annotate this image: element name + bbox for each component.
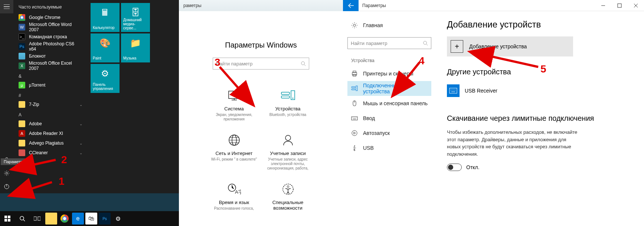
- start-tiles: 🖩Калькулятор 🗄Домашний медиа-серве... 🎨P…: [88, 0, 179, 193]
- sidebar-usb[interactable]: USB: [347, 141, 431, 155]
- sidebar-mouse[interactable]: Мышь и сенсорная панель: [347, 96, 431, 111]
- close-button[interactable]: [628, 0, 644, 11]
- app-ccleaner[interactable]: CCleaner⌄: [13, 148, 88, 158]
- calculator-icon: 🖩: [101, 7, 109, 18]
- sidebar-home[interactable]: Главная: [347, 18, 431, 33]
- folder-icon: [19, 101, 25, 108]
- sidebar-label: Подключенные устройства: [363, 83, 428, 94]
- svg-rect-23: [618, 4, 621, 7]
- toggle-label: Откл.: [466, 164, 480, 170]
- category-title: Устройства: [263, 106, 313, 112]
- category-title: Сеть и Интернет: [209, 151, 259, 156]
- tile-label: Paint: [93, 56, 117, 60]
- sidebar-autoplay[interactable]: Автозапуск: [347, 126, 431, 141]
- window-title: Параметры: [362, 3, 386, 8]
- device-usb-receiver[interactable]: USB Receiver: [447, 82, 633, 99]
- svg-point-34: [352, 130, 357, 136]
- connected-icon: [351, 85, 358, 92]
- app-notepad[interactable]: Блокнот: [13, 51, 88, 61]
- start-menu-panel: Часто используемые Google Chrome WMicros…: [0, 0, 179, 226]
- search-placeholder: Найти параметр: [216, 61, 301, 67]
- app-chrome[interactable]: Google Chrome: [13, 13, 88, 22]
- category-time-language[interactable]: A字 Время и язык Распознавание голоса, ре…: [207, 178, 261, 211]
- svg-rect-5: [4, 219, 7, 222]
- settings-search-input[interactable]: Найти параметр: [213, 58, 309, 70]
- devices-sidebar: Главная Найти параметр Устройства Принте…: [343, 11, 436, 226]
- svg-point-18: [285, 135, 291, 141]
- tile-media-server[interactable]: 🗄Домашний медиа-серве...: [121, 3, 150, 32]
- tile-label: Домашний медиа-серве...: [123, 18, 148, 30]
- sidebar-label: Автозапуск: [363, 130, 390, 136]
- app-7zip[interactable]: 7-Zip⌄: [13, 100, 88, 109]
- app-adobe-reader[interactable]: AAdobe Reader XI: [13, 129, 88, 138]
- letter-amp[interactable]: &: [13, 71, 88, 80]
- minimize-button[interactable]: [595, 0, 611, 11]
- media-icon: 🗄: [131, 7, 140, 18]
- metered-download-heading: Скачивание через лимитные подключения: [447, 114, 633, 123]
- plus-icon: +: [451, 40, 463, 53]
- app-label: µTorrent: [29, 83, 45, 88]
- tile-music[interactable]: 📁Музыка: [121, 33, 150, 62]
- letter-a[interactable]: A: [13, 109, 88, 119]
- add-device-button[interactable]: + Добавление устройства: [447, 36, 573, 56]
- device-label: USB Receiver: [465, 88, 497, 94]
- taskbar-edge[interactable]: e: [72, 213, 84, 225]
- category-system[interactable]: Система Экран, уведомления, приложения: [207, 84, 261, 125]
- svg-rect-9: [38, 217, 40, 220]
- taskbar-photoshop[interactable]: Ps: [99, 213, 111, 225]
- letter-hash[interactable]: #: [13, 90, 88, 100]
- taskbar-chrome[interactable]: [59, 213, 71, 225]
- svg-rect-12: [281, 92, 290, 94]
- app-label: Adobe: [29, 121, 42, 126]
- ease-icon: [281, 182, 295, 197]
- gear-icon: [351, 22, 358, 29]
- power-icon[interactable]: [0, 180, 13, 193]
- search-icon[interactable]: [15, 211, 30, 226]
- most-used-header: Часто используемые: [13, 2, 88, 13]
- sidebar-search-input[interactable]: Найти параметр: [347, 37, 431, 49]
- hamburger-icon[interactable]: [0, 0, 13, 13]
- svg-point-24: [353, 24, 356, 26]
- folder-icon: [19, 140, 25, 146]
- svg-rect-27: [353, 71, 356, 72]
- metered-toggle[interactable]: [447, 164, 462, 171]
- category-devices[interactable]: Устройства Bluetooth, устройства: [261, 84, 315, 125]
- settings-gear-icon[interactable]: [0, 167, 13, 180]
- app-photoshop[interactable]: PsAdobe Photoshop CS6 x64: [13, 42, 88, 51]
- taskbar-settings[interactable]: ⚙: [112, 213, 124, 225]
- settings-home-window: раметры Параметры Windows Найти параметр…: [179, 0, 343, 211]
- sidebar-printers[interactable]: Принтеры и сканеры: [347, 66, 431, 81]
- chrome-icon: [19, 14, 25, 21]
- sidebar-connected-devices[interactable]: Подключенные устройства: [347, 81, 431, 96]
- svg-text:A字: A字: [235, 189, 241, 195]
- search-icon: [301, 61, 306, 66]
- svg-rect-3: [4, 216, 7, 218]
- tile-calculator[interactable]: 🖩Калькулятор: [91, 3, 120, 32]
- task-view-icon[interactable]: [30, 211, 45, 226]
- taskbar-store[interactable]: 🛍: [85, 213, 97, 225]
- category-network[interactable]: Сеть и Интернет Wi-Fi, режим " в самолет…: [207, 129, 261, 174]
- svg-point-1: [6, 172, 8, 174]
- app-label: CCleaner: [29, 150, 48, 155]
- app-utorrent[interactable]: µµTorrent: [13, 80, 88, 90]
- app-excel[interactable]: XMicrosoft Office Excel 2007: [13, 61, 88, 71]
- app-word[interactable]: WMicrosoft Office Word 2007: [13, 22, 88, 32]
- app-cmd[interactable]: >_Командная строка: [13, 32, 88, 42]
- category-accounts[interactable]: Учетные записи Учетные записи, адрес эле…: [261, 129, 315, 174]
- app-adobe-folder[interactable]: Adobe⌄: [13, 119, 88, 129]
- devices-settings-window: Параметры Главная Найти параметр Устройс…: [343, 0, 644, 226]
- tile-paint[interactable]: 🎨Paint: [91, 33, 120, 62]
- devices-titlebar: Параметры: [343, 0, 644, 11]
- chevron-down-icon: ⌄: [79, 103, 82, 107]
- maximize-button[interactable]: [611, 0, 628, 11]
- start-button[interactable]: [0, 211, 15, 226]
- paint-icon: 🎨: [99, 38, 111, 48]
- taskbar-explorer[interactable]: [45, 213, 57, 225]
- svg-point-22: [287, 186, 289, 188]
- sidebar-label: Ввод: [363, 115, 375, 121]
- category-ease-of-access[interactable]: Специальные возможности Экранный диктор,…: [261, 178, 315, 211]
- back-button[interactable]: [343, 0, 359, 11]
- app-advego[interactable]: Advego Plagiatus⌄: [13, 138, 88, 148]
- tile-control-panel[interactable]: ⚙Панель управления: [91, 64, 120, 93]
- sidebar-typing[interactable]: Ввод: [347, 111, 431, 126]
